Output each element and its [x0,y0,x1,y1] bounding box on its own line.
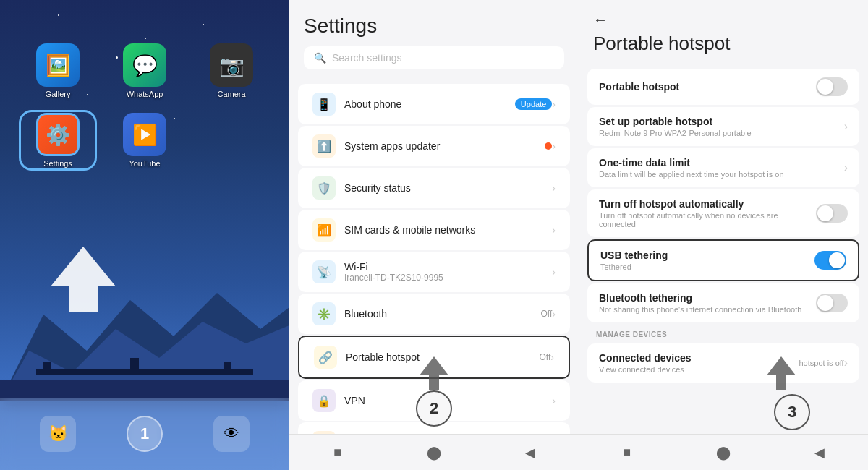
usb-tethering-item[interactable]: USB tethering Tethered [587,239,859,281]
connected-devices-chevron: › [844,356,848,369]
auto-off-sub: Turn off hotspot automatically when no d… [599,211,816,228]
about-phone-content: About phone [344,98,515,110]
sim-arrow: › [552,224,556,236]
hotspot-toggle-title: Portable hotspot [599,81,816,93]
portable-hotspot-icon: 🔗 [314,346,337,369]
auto-off-toggle[interactable] [816,204,848,223]
system-apps-label: System apps updater [344,140,545,152]
hotspot-nav-recent[interactable]: ◀ [809,442,830,463]
hotspot-nav-back[interactable]: ■ [616,442,638,463]
bottom-navigation-bar: 🐱 1 👁 [0,398,289,470]
setup-hotspot-sub: Redmi Note 9 Pro WPA2-Personal portable [599,129,844,137]
wifi-content: Wi-Fi Irancell-TD-TK2S10-9995 [344,261,552,283]
vpn-arrow: › [552,395,556,406]
usb-tethering-sub: Tethered [600,262,814,271]
arrow-to-settings [51,243,116,318]
hotspot-toggle-item[interactable]: Portable hotspot [587,69,859,105]
youtube-icon[interactable]: ▶️ [123,113,166,156]
auto-off-knob [817,205,833,221]
svg-marker-7 [51,247,116,312]
step-3-indicator: 3 [774,394,810,430]
gallery-label: Gallery [46,90,71,98]
settings-search-bar[interactable]: 🔍 Search settings [304,46,564,69]
usb-tethering-toggle[interactable] [814,251,846,270]
bluetooth-tethering-knob [817,295,833,311]
about-phone-label: About phone [344,98,515,110]
setup-hotspot-item[interactable]: Set up portable hotspot Redmi Note 9 Pro… [587,107,859,146]
whatsapp-icon[interactable]: 💬 [123,43,166,87]
settings-item-wifi[interactable]: 📡 Wi-Fi Irancell-TD-TK2S10-9995 › [298,252,570,292]
search-icon: 🔍 [314,52,326,64]
system-apps-icon: ⬆️ [312,134,336,158]
nav-home-btn[interactable]: ⬤ [423,442,445,463]
settings-item-bluetooth[interactable]: ✳️ Bluetooth Off › [298,294,570,334]
setup-hotspot-label-area: Set up portable hotspot Redmi Note 9 Pro… [599,116,844,137]
settings-label: Settings [43,159,72,168]
whatsapp-label: WhatsApp [127,90,163,98]
gallery-icon[interactable]: 🖼️ [36,43,80,87]
setup-hotspot-title: Set up portable hotspot [599,116,844,127]
settings-item-sim[interactable]: 📶 SIM cards & mobile networks › [298,210,570,250]
camera-label: Camera [217,90,245,98]
about-phone-icon: 📱 [312,93,336,116]
bluetooth-value: Off [541,309,553,319]
bluetooth-tethering-sub: Not sharing this phone's internet connec… [599,305,816,314]
bluetooth-tethering-toggle[interactable] [816,294,848,312]
arrow-up-hotspot [767,355,796,394]
data-limit-item[interactable]: One-time data limit Data limit will be a… [587,148,859,187]
nav-recent-btn[interactable]: ◀ [519,442,541,463]
settings-item-about-phone[interactable]: 📱 About phone Update › [298,84,570,124]
usb-tethering-label-area: USB tethering Tethered [600,249,814,271]
connected-devices-note: hotspot is off [799,359,844,367]
settings-header: Settings 🔍 Search settings [289,0,579,77]
app-grid: 🖼️ Gallery 💬 WhatsApp 📷 Camera ⚙️ Settin… [22,43,268,168]
hotspot-toggle-knob [817,79,833,95]
app-settings[interactable]: ⚙️ Settings [22,113,94,168]
security-label: Security status [344,182,552,194]
svg-rect-4 [43,362,51,375]
camera-icon[interactable]: 📷 [210,43,253,87]
app-gallery[interactable]: 🖼️ Gallery [22,43,94,98]
settings-item-system-apps[interactable]: ⬆️ System apps updater › [298,126,570,166]
app-camera[interactable]: 📷 Camera [195,43,268,98]
sim-icon: 📶 [312,218,336,242]
hotspot-nav-bar: ■ ⬤ ◀ [579,434,868,470]
svg-rect-5 [130,358,139,375]
bluetooth-content: Bluetooth [344,308,541,320]
hotspot-settings-list: Portable hotspot Set up portable hotspot… [579,64,868,434]
bluetooth-icon: ✳️ [312,302,336,325]
youtube-label: YouTube [129,159,160,168]
bluetooth-tethering-label-area: Bluetooth tethering Not sharing this pho… [599,292,816,314]
hotspot-title: Portable hotspot [593,33,854,55]
portable-hotspot-value: Off [540,352,551,362]
app-youtube[interactable]: ▶️ YouTube [109,113,181,168]
bluetooth-tethering-item[interactable]: Bluetooth tethering Not sharing this pho… [587,283,859,322]
wifi-value: Irancell-TD-TK2S10-9995 [344,273,552,283]
bottom-icon-cat[interactable]: 🐱 [40,416,76,452]
settings-item-security[interactable]: 🛡️ Security status › [298,168,570,208]
app-whatsapp[interactable]: 💬 WhatsApp [109,43,181,98]
connected-devices-item[interactable]: Connected devices View connected devices… [587,343,859,383]
landscape-svg [0,257,289,401]
settings-nav-bar: ■ ⬤ ◀ [289,434,579,470]
manage-devices-section-label: MANAGE DEVICES [579,325,868,341]
hotspot-toggle-switch[interactable] [816,77,848,96]
wifi-icon: 📡 [312,260,336,283]
system-apps-content: System apps updater [344,140,545,152]
security-icon: 🛡️ [312,176,336,200]
back-button[interactable]: ← [593,12,854,28]
wifi-label: Wi-Fi [344,261,552,273]
bluetooth-label: Bluetooth [344,308,541,320]
auto-off-item[interactable]: Turn off hotspot automatically Turn off … [587,189,859,237]
hotspot-detail-panel: ← Portable hotspot Portable hotspot Set … [579,0,868,470]
sim-content: SIM cards & mobile networks [344,224,552,236]
settings-icon[interactable]: ⚙️ [36,113,80,156]
nav-back-btn[interactable]: ■ [327,442,349,463]
arrow-up-settings [420,355,448,394]
data-limit-sub: Data limit will be applied next time you… [599,170,844,179]
about-phone-badge: Update [515,98,552,110]
bottom-icon-eye[interactable]: 👁 [213,416,250,452]
hotspot-nav-home[interactable]: ⬤ [712,442,734,463]
usb-tethering-title: USB tethering [600,249,814,261]
connection-icon: 🌐 [312,431,336,434]
